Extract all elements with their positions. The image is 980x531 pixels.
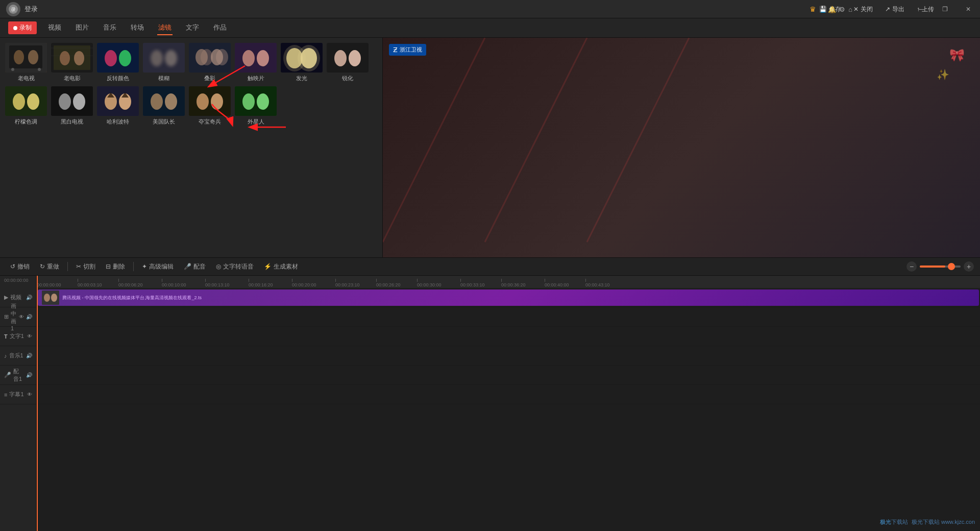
window-close-button[interactable]: ✕: [957, 0, 980, 18]
filter-item-meiguo[interactable]: 美国队长: [143, 86, 185, 126]
video-track-audio-icon[interactable]: 🔊: [26, 295, 32, 300]
ruler-tick: 00:00:00:00: [37, 279, 61, 287]
playhead-line: [37, 288, 38, 531]
zoom-slider-thumb[interactable]: [948, 263, 955, 270]
video-clip[interactable]: 腾讯视频 - 中国领先的在线视频媒体平台,海量高清视频在线观看_2.ts: [38, 289, 979, 306]
nav-item-video[interactable]: 视频: [47, 21, 62, 35]
filter-item-chuyingpian[interactable]: 触映片: [235, 43, 277, 82]
svg-point-53: [211, 93, 223, 110]
zoom-slider[interactable]: [920, 266, 961, 268]
pip-track-icon: ⊞: [4, 313, 9, 320]
export-button[interactable]: ↗ 导出: [880, 3, 910, 16]
filter-label: 触映片: [235, 75, 277, 82]
svg-point-33: [298, 45, 320, 71]
ruler-tick: 00:00:10:00: [162, 279, 186, 287]
svg-rect-40: [51, 86, 93, 116]
filter-item-ningmeng[interactable]: 柠檬色调: [5, 86, 47, 126]
text-to-speech-button[interactable]: ◎ 文字转语音: [212, 261, 258, 273]
zoom-in-button[interactable]: +: [964, 261, 974, 272]
dubbing-track-icon: 🎤: [4, 372, 11, 378]
svg-point-4: [11, 68, 14, 71]
svg-rect-51: [189, 86, 231, 116]
svg-point-42: [73, 93, 85, 110]
svg-point-24: [216, 49, 228, 65]
svg-point-86: [51, 294, 57, 302]
close-button[interactable]: ✕ 关闭: [848, 3, 878, 16]
record-button[interactable]: 录制: [8, 21, 37, 34]
ruler-tick: 00:00:33:10: [460, 279, 485, 287]
svg-rect-9: [54, 45, 90, 70]
filter-item-hali[interactable]: 哈利波特: [97, 86, 139, 126]
filter-item-heibai[interactable]: 黑白电视: [51, 86, 93, 126]
toolbar: ↺ 撤销 ↻ 重做 ✂ 切割 ⊟ 删除 ✦ 高级编辑 🎤 配音 ◎ 文字转语音: [0, 257, 980, 276]
timeline-ruler: 00:00:00:00 00:00:03:10 00:00:06:20 00:0…: [37, 276, 980, 288]
video-track-icon: ▶: [4, 294, 8, 301]
ruler-tick: 00:00:36:20: [501, 279, 526, 287]
filter-item-diying[interactable]: 叠影: [189, 43, 231, 82]
undo-button[interactable]: ↺ 撤销: [6, 261, 34, 273]
nav-item-filter[interactable]: 滤镜: [157, 21, 173, 35]
filter-item-duobao[interactable]: 夺宝奇兵: [189, 86, 231, 126]
svg-rect-54: [235, 86, 277, 116]
svg-rect-14: [97, 43, 139, 73]
subtitle-track-eye-icon[interactable]: 👁: [27, 392, 32, 397]
app-logo: 录: [6, 2, 20, 16]
filter-item-laodianying[interactable]: 老电影: [51, 43, 93, 82]
text-track-row: [37, 327, 980, 346]
svg-point-50: [165, 93, 177, 110]
filter-item-mohu[interactable]: 模糊: [143, 43, 185, 82]
pip-track-audio-icon[interactable]: 🔊: [26, 314, 32, 320]
filter-label: 模糊: [143, 75, 185, 82]
generate-material-button[interactable]: ⚡ 生成素材: [260, 261, 302, 273]
dubbing-button[interactable]: 🎤 配音: [180, 261, 210, 273]
redo-icon: ↻: [40, 263, 45, 270]
toolbar-separator-2: [133, 262, 134, 271]
nav-item-text[interactable]: 文字: [185, 21, 200, 35]
nav-item-works[interactable]: 作品: [212, 21, 228, 35]
advanced-edit-button[interactable]: ✦ 高级编辑: [138, 261, 178, 273]
svg-point-55: [242, 93, 255, 110]
text-track-eye-icon[interactable]: 👁: [27, 333, 32, 339]
pip-track-eye-icon[interactable]: 👁: [19, 314, 24, 320]
toolbar-separator-1: [67, 262, 68, 271]
nav-item-image[interactable]: 图片: [75, 21, 90, 35]
text-track-label: 文字1: [10, 332, 24, 340]
svg-point-38: [13, 93, 25, 110]
filter-item-laodianshi[interactable]: 老电视: [5, 43, 47, 82]
save-button[interactable]: 💾 保存: [814, 3, 846, 16]
export-icon: ↗: [885, 6, 890, 13]
clip-name: 腾讯视频 - 中国领先的在线视频媒体平台,海量高清视频在线观看_2.ts: [62, 295, 202, 301]
filter-label: 发光: [281, 75, 323, 82]
dubbing-track-audio-icon[interactable]: 🔊: [26, 372, 32, 378]
maximize-button[interactable]: ❐: [933, 0, 957, 18]
track-label-video: ▶ 视频 🔊: [0, 288, 36, 307]
filter-row-2: 柠檬色调 黑白电视: [5, 86, 377, 126]
ruler-label-space: 00:00:00:00: [0, 276, 37, 288]
zoom-out-button[interactable]: −: [906, 261, 917, 272]
deco-element2: ✨: [937, 68, 949, 81]
redo-button[interactable]: ↻ 重做: [36, 261, 63, 273]
music-track-icon: ♪: [4, 353, 7, 359]
delete-button[interactable]: ⊟ 删除: [102, 261, 129, 273]
track-label-text: T 文字1 👁: [0, 327, 36, 346]
minimize-button[interactable]: —: [910, 0, 933, 18]
filter-item-ruihua[interactable]: 锐化: [327, 43, 369, 82]
svg-point-35: [334, 50, 347, 66]
svg-point-6: [14, 50, 24, 64]
playhead-top: [37, 276, 38, 288]
music-track-audio-icon[interactable]: 🔊: [26, 353, 32, 358]
svg-point-7: [28, 50, 38, 64]
svg-point-15: [105, 50, 117, 66]
nav-item-transition[interactable]: 转场: [130, 21, 145, 35]
filter-item-waixingren[interactable]: VIP 外星人: [235, 86, 277, 126]
filter-item-fanzhuan[interactable]: VIP 反转颜色: [97, 43, 139, 82]
svg-point-13: [74, 51, 84, 65]
dubbing-track-row: [37, 366, 980, 385]
cut-button[interactable]: ✂ 切割: [72, 261, 100, 273]
filter-label: 老电影: [51, 75, 93, 82]
filter-label: 哈利波特: [97, 118, 139, 126]
svg-rect-43: [97, 86, 139, 116]
svg-point-56: [257, 93, 269, 110]
nav-item-music[interactable]: 音乐: [102, 21, 117, 35]
filter-item-faguang[interactable]: VIP 发光: [281, 43, 323, 82]
